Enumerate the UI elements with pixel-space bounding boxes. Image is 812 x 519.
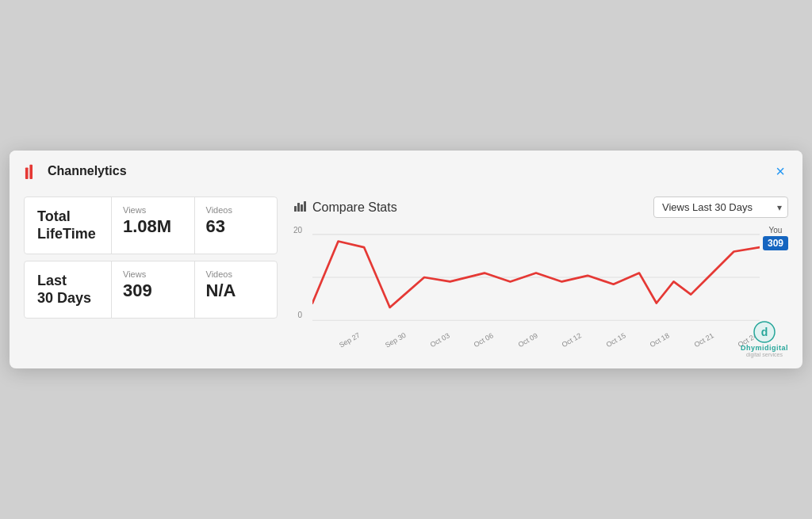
svg-rect-3 xyxy=(297,203,300,212)
x-axis-labels: Sep 27 Sep 30 Oct 03 Oct 06 Oct 09 Oct 1… xyxy=(312,335,756,345)
svg-rect-2 xyxy=(294,206,297,212)
total-lifetime-row: TotalLifeTime Views 1.08M Videos 63 xyxy=(24,197,278,254)
last30-videos-value: N/A xyxy=(206,280,266,301)
last30-views-col: Views 309 xyxy=(112,261,195,318)
svg-text:d: d xyxy=(761,326,768,338)
y-axis-max: 20 xyxy=(293,226,302,235)
you-label: You xyxy=(769,226,783,235)
total-lifetime-data: Views 1.08M Videos 63 xyxy=(112,197,277,254)
last30-views-label: Views xyxy=(123,269,183,279)
svg-rect-0 xyxy=(25,167,29,179)
watermark: d Dhymidigital digital services xyxy=(741,320,788,357)
last30-videos-col: Videos N/A xyxy=(195,261,278,318)
last30-label-cell: Last30 Days xyxy=(25,261,112,318)
close-button[interactable]: × xyxy=(772,162,788,181)
watermark-brand: Dhymidigital xyxy=(741,344,788,352)
svg-rect-4 xyxy=(301,204,303,212)
compare-stats-label: Compare Stats xyxy=(312,200,397,215)
total-videos-label: Videos xyxy=(206,205,266,215)
views-period-dropdown[interactable]: Views Last 30 Days Views Last 7 Days Vie… xyxy=(653,197,788,218)
titlebar-left: Channelytics xyxy=(24,162,127,180)
x-label-0: Sep 27 xyxy=(338,331,362,349)
bar-chart-icon xyxy=(293,200,308,216)
last30-videos-label: Videos xyxy=(206,269,266,279)
total-lifetime-label: TotalLifeTime xyxy=(37,208,98,242)
total-videos-value: 63 xyxy=(206,216,266,237)
chart-panel: Compare Stats Views Last 30 Days Views L… xyxy=(293,197,788,353)
total-views-label: Views xyxy=(123,205,183,215)
line-chart-svg xyxy=(312,226,760,329)
svg-rect-5 xyxy=(304,201,306,212)
titlebar: Channelytics × xyxy=(10,151,802,189)
last30-row: Last30 Days Views 309 Videos N/A xyxy=(24,261,278,319)
x-label-2: Oct 03 xyxy=(429,331,451,349)
compare-stats-title: Compare Stats xyxy=(293,200,397,216)
main-content: TotalLifeTime Views 1.08M Videos 63 Last xyxy=(10,189,802,368)
x-label-4: Oct 09 xyxy=(517,331,539,349)
total-videos-col: Videos 63 xyxy=(195,197,278,254)
total-views-value: 1.08M xyxy=(123,216,183,237)
last30-views-value: 309 xyxy=(123,280,183,301)
total-lifetime-label-cell: TotalLifeTime xyxy=(25,197,112,254)
watermark-tagline: digital services xyxy=(746,352,783,357)
chart-area: You 309 20 0 xyxy=(293,226,788,353)
x-label-1: Sep 30 xyxy=(383,331,407,349)
chart-line xyxy=(312,242,760,307)
x-label-8: Oct 21 xyxy=(693,331,715,349)
you-value-badge: 309 xyxy=(763,236,788,250)
y-axis-zero: 0 xyxy=(298,311,303,319)
stats-panel: TotalLifeTime Views 1.08M Videos 63 Last xyxy=(24,197,278,325)
app-logo-icon xyxy=(24,162,41,180)
x-label-5: Oct 12 xyxy=(561,331,583,349)
last30-label: Last30 Days xyxy=(37,273,98,307)
total-views-col: Views 1.08M xyxy=(112,197,195,254)
svg-rect-1 xyxy=(29,165,33,179)
dropdown-wrapper[interactable]: Views Last 30 Days Views Last 7 Days Vie… xyxy=(653,197,788,218)
app-window: Channelytics × TotalLifeTime Views 1.08M… xyxy=(10,151,802,368)
last30-data: Views 309 Videos N/A xyxy=(112,261,277,318)
x-label-3: Oct 06 xyxy=(473,331,495,349)
app-title: Channelytics xyxy=(48,164,127,178)
x-label-6: Oct 15 xyxy=(605,331,627,349)
watermark-icon: d xyxy=(753,320,776,344)
you-badge-container: You 309 xyxy=(763,226,788,250)
chart-header: Compare Stats Views Last 30 Days Views L… xyxy=(293,197,788,218)
x-label-7: Oct 18 xyxy=(649,331,671,349)
